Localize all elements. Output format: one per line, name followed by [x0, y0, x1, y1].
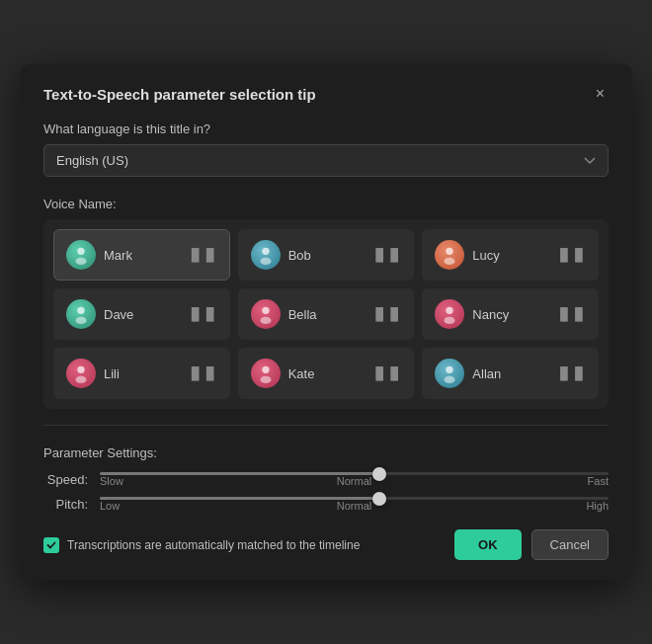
avatar-kate [251, 359, 281, 388]
wave-icon-lucy: ▐▌▐▌ [556, 248, 586, 262]
pitch-mid-label: Normal [337, 500, 371, 512]
speed-high-label: Fast [588, 475, 609, 487]
voice-name-mark: Mark [104, 248, 132, 263]
wave-icon-kate: ▐▌▐▌ [371, 366, 401, 380]
wave-icon-nancy: ▐▌▐▌ [556, 307, 586, 321]
avatar-lucy [435, 240, 464, 270]
svg-point-10 [447, 307, 453, 314]
svg-point-8 [262, 307, 269, 314]
svg-point-9 [260, 317, 271, 324]
avatar-allan [435, 359, 464, 388]
svg-point-5 [445, 258, 455, 265]
voice-card-bob[interactable]: Bob ▐▌▐▌ [238, 229, 415, 281]
checkbox-label: Transcriptions are automatically matched… [67, 538, 360, 552]
pitch-slider-container: Low Normal High [100, 497, 609, 512]
voice-card-lucy[interactable]: Lucy ▐▌▐▌ [422, 229, 599, 281]
pitch-row: Pitch: Low Normal High [43, 497, 609, 512]
svg-point-16 [447, 366, 453, 373]
avatar-bella [251, 299, 281, 329]
ok-button[interactable]: OK [454, 529, 522, 560]
param-section: Parameter Settings: Speed: Slow Normal F… [43, 445, 609, 512]
pitch-label: Pitch: [43, 497, 88, 512]
svg-point-11 [445, 317, 455, 324]
voice-name-nancy: Nancy [472, 307, 509, 322]
dialog-header: Text-to-Speech parameter selection tip × [43, 84, 609, 104]
voice-name-dave: Dave [104, 307, 133, 322]
wave-icon-bob: ▐▌▐▌ [371, 248, 401, 262]
voice-card-kate[interactable]: Kate ▐▌▐▌ [238, 348, 415, 399]
wave-icon-lili: ▐▌▐▌ [188, 366, 217, 380]
checkbox-row[interactable]: Transcriptions are automatically matched… [43, 537, 360, 553]
voice-card-bella[interactable]: Bella ▐▌▐▌ [238, 288, 415, 340]
voice-name-lucy: Lucy [472, 248, 499, 263]
divider [43, 425, 609, 426]
svg-point-12 [77, 366, 84, 373]
language-select[interactable]: English (US)English (UK)SpanishFrenchGer… [43, 144, 609, 177]
pitch-high-label: High [586, 500, 609, 512]
language-question: What language is this title in? [43, 121, 609, 136]
voice-grid-wrapper: Mark ▐▌▐▌ Bob ▐▌▐▌ [43, 219, 609, 409]
wave-icon-mark: ▐▌▐▌ [188, 248, 217, 262]
svg-point-14 [262, 366, 269, 373]
pitch-low-label: Low [100, 500, 120, 512]
speed-label: Speed: [43, 472, 88, 487]
avatar-nancy [435, 299, 464, 329]
param-label: Parameter Settings: [43, 445, 609, 460]
voice-section: Voice Name: Mark ▐▌▐▌ [43, 197, 609, 409]
voice-card-allan[interactable]: Allan ▐▌▐▌ [422, 348, 599, 399]
tts-dialog: Text-to-Speech parameter selection tip ×… [20, 64, 632, 580]
voice-name-kate: Kate [288, 366, 315, 381]
svg-point-4 [447, 248, 453, 255]
wave-icon-bella: ▐▌▐▌ [371, 307, 401, 321]
svg-point-3 [260, 258, 271, 265]
speed-row: Speed: Slow Normal Fast [43, 472, 609, 487]
svg-point-1 [76, 258, 87, 265]
avatar-bob [251, 240, 281, 270]
voice-name-bella: Bella [288, 307, 317, 322]
avatar-dave [66, 299, 96, 329]
svg-point-7 [76, 317, 87, 324]
speed-mid-label: Normal [337, 475, 371, 487]
svg-point-13 [76, 376, 87, 383]
svg-point-2 [262, 248, 269, 255]
svg-point-0 [77, 248, 84, 255]
dialog-title: Text-to-Speech parameter selection tip [43, 86, 316, 103]
voice-card-nancy[interactable]: Nancy ▐▌▐▌ [422, 288, 599, 340]
cancel-button[interactable]: Cancel [531, 529, 609, 560]
voice-card-dave[interactable]: Dave ▐▌▐▌ [53, 288, 230, 340]
svg-point-6 [77, 307, 84, 314]
close-button[interactable]: × [592, 84, 609, 104]
voice-card-mark[interactable]: Mark ▐▌▐▌ [53, 229, 230, 281]
dialog-footer: Transcriptions are automatically matched… [43, 529, 609, 560]
transcription-checkbox[interactable] [43, 537, 59, 553]
voice-name-lili: Lili [104, 366, 120, 381]
voice-name-bob: Bob [288, 248, 311, 263]
speed-low-label: Slow [100, 475, 123, 487]
wave-icon-dave: ▐▌▐▌ [188, 307, 217, 321]
svg-point-15 [260, 376, 271, 383]
voice-card-lili[interactable]: Lili ▐▌▐▌ [53, 348, 230, 399]
voice-grid: Mark ▐▌▐▌ Bob ▐▌▐▌ [53, 229, 599, 399]
svg-point-17 [445, 376, 455, 383]
avatar-mark [66, 240, 96, 270]
voice-name-allan: Allan [472, 366, 501, 381]
wave-icon-allan: ▐▌▐▌ [556, 366, 586, 380]
avatar-lili [66, 359, 96, 388]
speed-slider-container: Slow Normal Fast [100, 472, 609, 487]
voice-label: Voice Name: [43, 197, 609, 211]
footer-buttons: OK Cancel [454, 529, 609, 560]
